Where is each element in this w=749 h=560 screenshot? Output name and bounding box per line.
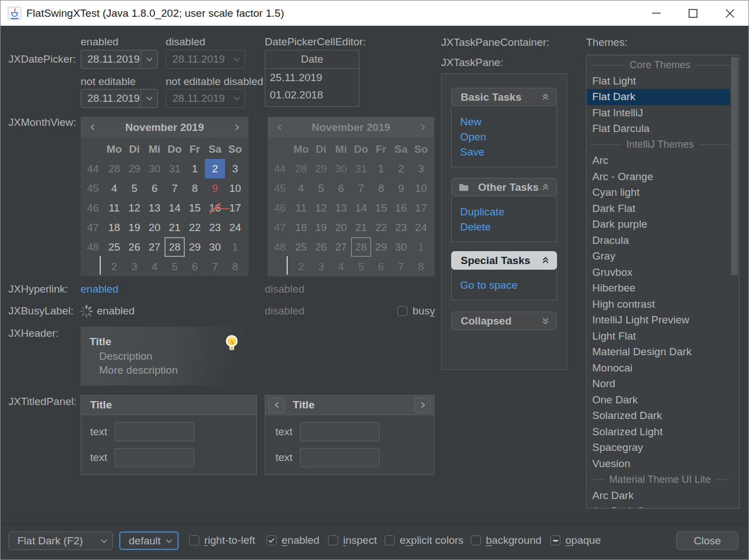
- taskpane-header-other-tasks[interactable]: Other Tasks: [451, 178, 557, 196]
- next-month-icon[interactable]: [224, 124, 249, 131]
- day-cell-8[interactable]: 8: [225, 257, 245, 276]
- collapse-icon[interactable]: [542, 93, 549, 101]
- unchecked-checkbox-icon[interactable]: [328, 535, 338, 545]
- day-cell-28[interactable]: 28: [165, 237, 185, 257]
- unchecked-checkbox-icon[interactable]: [189, 535, 199, 545]
- table-row[interactable]: 01.02.2018: [265, 86, 359, 103]
- checkbox-background[interactable]: background: [471, 534, 541, 547]
- day-cell-14[interactable]: 14: [165, 198, 185, 218]
- checkbox-right-to-left[interactable]: right-to-left: [189, 534, 255, 547]
- day-cell-2[interactable]: 2: [104, 257, 124, 276]
- checkbox-opaque[interactable]: opaque: [550, 534, 601, 547]
- day-cell-13[interactable]: 13: [144, 198, 165, 218]
- day-cell-1[interactable]: 1: [185, 159, 205, 178]
- day-cell-2[interactable]: 2: [205, 159, 225, 178]
- chevron-right-button[interactable]: [414, 397, 431, 413]
- taskpane-header-collapsed[interactable]: Collapsed: [451, 312, 557, 330]
- day-cell-11[interactable]: 11: [104, 198, 124, 218]
- theme-item-intellij-light-preview[interactable]: IntelliJ Light Preview: [587, 312, 730, 328]
- theme-item-gray[interactable]: Gray: [587, 248, 730, 265]
- theme-item-solarized-dark[interactable]: Solarized Dark: [587, 408, 730, 424]
- checkbox-enabled[interactable]: enabled: [266, 534, 320, 547]
- scrollbar-thumb[interactable]: [731, 57, 738, 275]
- theme-item-flat-intellij[interactable]: Flat IntelliJ: [587, 105, 730, 121]
- unchecked-checkbox-icon[interactable]: [471, 535, 481, 545]
- day-cell-23[interactable]: 23: [205, 218, 225, 237]
- day-cell-25[interactable]: 25: [104, 237, 124, 257]
- day-cell-12[interactable]: 12: [124, 198, 144, 218]
- theme-item-flat-dark[interactable]: Flat Dark: [587, 89, 730, 105]
- day-cell-29[interactable]: 29: [124, 159, 144, 178]
- text-input[interactable]: [300, 448, 380, 467]
- theme-item-flat-light[interactable]: Flat Light: [587, 73, 730, 90]
- day-cell-24[interactable]: 24: [225, 218, 245, 237]
- collapse-icon[interactable]: [542, 257, 549, 264]
- day-cell-7[interactable]: 7: [205, 257, 225, 276]
- day-cell-29[interactable]: 29: [185, 237, 205, 257]
- close-button[interactable]: Close: [676, 531, 738, 550]
- taskpane-link-delete[interactable]: Delete: [460, 219, 551, 234]
- text-input[interactable]: [115, 448, 194, 467]
- taskpane-link-go-to-space[interactable]: Go to space: [460, 277, 551, 293]
- prev-month-icon[interactable]: [81, 124, 105, 131]
- theme-item-dracula[interactable]: Dracula: [587, 233, 730, 249]
- theme-item-vuesion[interactable]: Vuesion: [587, 456, 730, 472]
- theme-item-material-design-dark[interactable]: Material Design Dark: [587, 344, 730, 360]
- close-window-button[interactable]: [711, 1, 748, 26]
- indeterminate-checkbox-icon[interactable]: [550, 535, 560, 545]
- datepicker-not-editable[interactable]: 28.11.2019: [81, 89, 158, 108]
- theme-item-high-contrast[interactable]: High contrast: [587, 297, 730, 313]
- day-cell-10[interactable]: 10: [225, 178, 245, 198]
- day-cell-28[interactable]: 28: [104, 159, 124, 178]
- day-cell-22[interactable]: 22: [185, 218, 205, 237]
- day-cell-26[interactable]: 26: [124, 237, 144, 257]
- table-row[interactable]: 25.11.2019: [265, 69, 359, 86]
- chevron-left-button[interactable]: [268, 397, 285, 413]
- day-cell-9[interactable]: 9: [205, 178, 225, 198]
- theme-item-cyan-light[interactable]: Cyan light: [587, 185, 730, 201]
- day-cell-3[interactable]: 3: [225, 159, 245, 178]
- day-cell-16[interactable]: 16: [205, 198, 225, 218]
- text-input[interactable]: [115, 422, 194, 441]
- day-cell-20[interactable]: 20: [144, 218, 165, 237]
- text-input[interactable]: [300, 422, 380, 441]
- date-column-header[interactable]: Date: [265, 50, 359, 69]
- day-cell-30[interactable]: 30: [205, 237, 225, 257]
- expand-icon[interactable]: [542, 317, 549, 324]
- minimize-button[interactable]: [638, 1, 675, 26]
- checkbox-explicit-colors[interactable]: explicit colors: [385, 534, 464, 547]
- day-cell-18[interactable]: 18: [104, 218, 124, 237]
- theme-item-arc-dark-contrast[interactable]: Arc Dark Contrast: [587, 503, 730, 509]
- unchecked-checkbox-icon[interactable]: [397, 306, 408, 316]
- theme-item-hiberbee[interactable]: Hiberbee: [587, 280, 730, 297]
- day-cell-21[interactable]: 21: [165, 218, 185, 237]
- maximize-button[interactable]: [675, 1, 711, 26]
- laf-combobox[interactable]: Flat Dark (F2): [8, 531, 113, 550]
- unchecked-checkbox-icon[interactable]: [385, 535, 395, 545]
- day-cell-6[interactable]: 6: [185, 257, 205, 276]
- busy-checkbox[interactable]: busy: [397, 304, 435, 318]
- day-cell-7[interactable]: 7: [165, 178, 185, 198]
- scrollbar-track[interactable]: [731, 56, 738, 507]
- theme-item-flat-darcula[interactable]: Flat Darcula: [587, 121, 730, 137]
- day-cell-19[interactable]: 19: [124, 218, 144, 237]
- taskpane-link-open[interactable]: Open: [460, 129, 551, 144]
- day-cell-6[interactable]: 6: [144, 178, 165, 198]
- day-cell-30[interactable]: 30: [144, 159, 165, 178]
- day-cell-27[interactable]: 27: [144, 237, 165, 257]
- day-cell-5[interactable]: 5: [124, 178, 144, 198]
- day-cell-5[interactable]: 5: [165, 257, 185, 276]
- theme-item-solarized-light[interactable]: Solarized Light: [587, 424, 730, 440]
- theme-item-light-flat[interactable]: Light Flat: [587, 328, 730, 345]
- chevron-down-icon[interactable]: [141, 96, 157, 101]
- theme-item-one-dark[interactable]: One Dark: [587, 392, 730, 408]
- taskpane-link-save[interactable]: Save: [460, 144, 551, 159]
- theme-item-arc-orange[interactable]: Arc - Orange: [587, 169, 730, 185]
- hyperlink-enabled[interactable]: enabled: [81, 283, 119, 295]
- theme-item-dark-flat[interactable]: Dark Flat: [587, 201, 730, 217]
- day-cell-8[interactable]: 8: [185, 178, 205, 198]
- taskpane-link-duplicate[interactable]: Duplicate: [460, 204, 551, 219]
- checkbox-inspect[interactable]: inspect: [328, 534, 377, 547]
- day-cell-4[interactable]: 4: [144, 257, 165, 276]
- taskpane-header-basic-tasks[interactable]: Basic Tasks: [451, 88, 557, 106]
